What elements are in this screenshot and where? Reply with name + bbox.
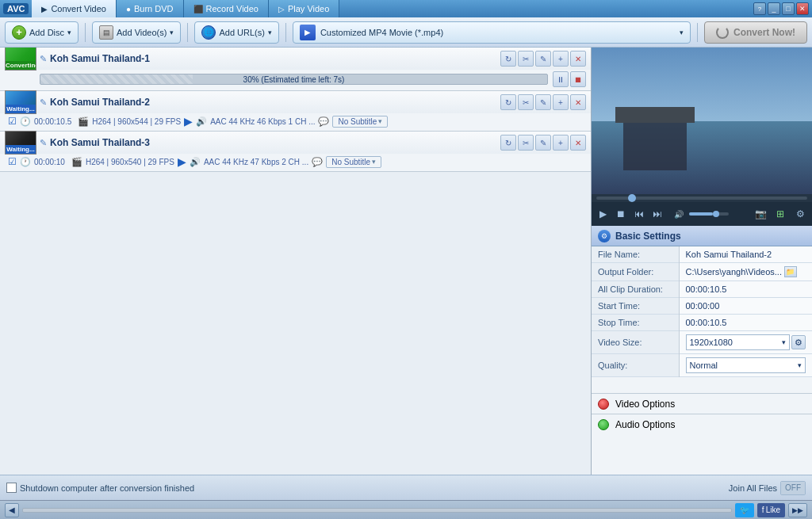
shutdown-checkbox[interactable] — [6, 483, 17, 493]
file-3-duration: 00:00:10 — [34, 158, 65, 166]
fast-forward-button[interactable]: ⏭ — [649, 206, 665, 222]
twitter-share-btn[interactable]: 🐦 — [735, 503, 754, 517]
scrub-knob[interactable] — [628, 194, 636, 202]
player-extra-controls: 📷 ⊞ ⚙ — [752, 205, 809, 223]
settings-quality-value[interactable]: Normal ▾ — [679, 354, 812, 377]
help-button[interactable]: ? — [753, 2, 766, 15]
settings-videosize-value[interactable]: 1920x1080 ▾ ⚙ — [679, 331, 812, 354]
file-list-empty-area — [0, 172, 591, 475]
format-select[interactable]: ▶ Customized MP4 Movie (*.mp4) ▾ — [293, 21, 691, 44]
quality-chevron: ▾ — [798, 361, 802, 369]
preview-structure — [623, 123, 687, 170]
volume-knob[interactable] — [713, 211, 719, 217]
file-2-subtitle[interactable]: No Subtitle ▾ — [332, 116, 388, 128]
toggle-off-label[interactable]: OFF — [781, 482, 805, 494]
stop-button[interactable]: ⏹ — [613, 206, 629, 222]
file-3-subtitle-icon: 💬 — [312, 157, 323, 167]
join-toggle-switch[interactable]: OFF — [780, 481, 806, 495]
file-3-subtitle[interactable]: No Subtitle ▾ — [326, 156, 381, 168]
settings-row-start: Start Time: 00:00:00 — [592, 298, 812, 315]
file-2-add-btn[interactable]: + — [553, 94, 569, 110]
convert-now-button[interactable]: Convert Now! — [704, 21, 807, 44]
settings-row-duration: All Clip Duration: 00:00:10.5 — [592, 281, 812, 298]
file-1-add-btn[interactable]: + — [553, 51, 569, 67]
toolbar-separator-4 — [697, 23, 698, 42]
audio-options-section[interactable]: Audio Options — [592, 414, 812, 434]
tab-play[interactable]: ▷ Play Video — [269, 0, 339, 17]
file-2-refresh-btn[interactable]: ↻ — [500, 94, 516, 110]
rewind-button[interactable]: ⏮ — [631, 206, 647, 222]
add-disc-button[interactable]: + Add Disc ▾ — [5, 21, 79, 44]
quality-select[interactable]: Normal ▾ — [686, 357, 806, 373]
file-1-cut-btn[interactable]: ✂ — [518, 51, 534, 67]
right-panel: ▶ ⏹ ⏮ ⏭ 🔊 📷 ⊞ ⚙ ⚙ Basic Settings — [592, 48, 812, 475]
more-options-btn[interactable]: ▶▶ — [788, 503, 807, 517]
file-2-thumbnail: Waiting... — [5, 90, 36, 114]
status-scrollbar[interactable] — [22, 508, 732, 513]
volume-control: 🔊 — [671, 206, 729, 222]
status-bar: ◀ 🐦 f Like ▶▶ — [0, 500, 812, 519]
tab-dvd[interactable]: ● Burn DVD — [117, 0, 184, 17]
output-folder-browse-btn[interactable]: 📁 — [784, 266, 797, 277]
file-2-cut-btn[interactable]: ✂ — [518, 94, 534, 110]
tab-record[interactable]: ⬛ Record Video — [184, 0, 269, 17]
video-options-section[interactable]: Video Options — [592, 393, 812, 414]
add-url-label: Add URL(s) — [219, 28, 264, 37]
file-3-name: Koh Samui Thailand-3 — [50, 137, 497, 148]
settings-row-filename: File Name: Koh Samui Thailand-2 — [592, 246, 812, 263]
videosize-gear-btn[interactable]: ⚙ — [791, 335, 806, 349]
snapshot-button[interactable]: 📷 — [752, 205, 769, 223]
settings-player-button[interactable]: ⚙ — [791, 205, 809, 223]
file-1-progress-bar: 30% (Estimated time left: 7s) — [40, 74, 548, 85]
settings-output-text: C:\Users\yangh\Videos... — [686, 267, 782, 277]
tab-convert[interactable]: ▶ Convert Video — [32, 0, 117, 17]
settings-row-videosize: Video Size: 1920x1080 ▾ ⚙ — [592, 331, 812, 354]
videosize-chevron: ▾ — [782, 338, 786, 346]
file-2-subtitle-chevron: ▾ — [378, 117, 382, 125]
volume-slider[interactable] — [689, 212, 729, 216]
volume-fill — [689, 212, 713, 216]
maximize-button[interactable]: □ — [782, 2, 795, 15]
settings-output-value[interactable]: C:\Users\yangh\Videos... 📁 — [679, 263, 812, 281]
file-3-close-btn[interactable]: ✕ — [570, 135, 586, 151]
file-3-checkbox[interactable]: ☑ — [8, 156, 17, 167]
facebook-like-btn[interactable]: f Like — [757, 503, 785, 517]
add-video-icon: ▤ — [99, 25, 113, 40]
file-1-edit-btn[interactable]: ✎ — [535, 51, 551, 67]
join-all-files-btn[interactable]: Join All Files OFF — [729, 481, 806, 495]
file-3-refresh-btn[interactable]: ↻ — [500, 135, 516, 151]
file-3-edit-btn[interactable]: ✎ — [535, 135, 551, 151]
file-1-refresh-btn[interactable]: ↻ — [500, 51, 516, 67]
videosize-text: 1920x1080 — [690, 338, 733, 347]
videosize-select[interactable]: 1920x1080 ▾ — [686, 334, 791, 350]
file-1-stop-btn[interactable]: ⏹ — [570, 71, 586, 87]
add-url-button[interactable]: 🌐 Add URL(s) ▾ — [194, 21, 278, 44]
minimize-button[interactable]: _ — [768, 2, 780, 15]
file-1-edit-icon[interactable]: ✎ — [40, 54, 47, 64]
close-button[interactable]: ✕ — [796, 2, 809, 15]
add-disc-label: Add Disc — [29, 28, 64, 37]
video-scrubber[interactable] — [592, 194, 812, 202]
settings-filename-label: File Name: — [592, 246, 679, 263]
audio-options-icon — [598, 419, 609, 430]
play-button[interactable]: ▶ — [595, 206, 611, 222]
preview-roof — [615, 107, 695, 123]
volume-icon[interactable]: 🔊 — [671, 206, 687, 222]
file-3-add-btn[interactable]: + — [553, 135, 569, 151]
file-3-cut-btn[interactable]: ✂ — [518, 135, 534, 151]
scrub-track[interactable] — [596, 197, 807, 200]
file-1-close-btn[interactable]: ✕ — [570, 51, 586, 67]
videosize-select-container: 1920x1080 ▾ ⚙ — [686, 334, 806, 350]
file-1-pause-btn[interactable]: ⏸ — [553, 71, 569, 87]
file-2-edit-icon[interactable]: ✎ — [40, 97, 47, 108]
file-3-edit-icon[interactable]: ✎ — [40, 138, 47, 148]
file-2-checkbox[interactable]: ☑ — [8, 116, 17, 127]
shutdown-checkbox-label[interactable]: Shutdown computer after conversion finis… — [6, 483, 194, 493]
main-layout: Converting ✎ Koh Samui Thailand-1 ↻ ✂ ✎ … — [0, 48, 812, 475]
file-2-close-btn[interactable]: ✕ — [570, 94, 586, 110]
add-video-button[interactable]: ▤ Add Video(s) ▾ — [92, 21, 181, 44]
crop-button[interactable]: ⊞ — [772, 205, 789, 223]
file-3-subtitle-label: No Subtitle — [331, 158, 370, 166]
file-2-edit-btn[interactable]: ✎ — [535, 94, 551, 110]
status-prev-btn[interactable]: ◀ — [5, 503, 19, 517]
